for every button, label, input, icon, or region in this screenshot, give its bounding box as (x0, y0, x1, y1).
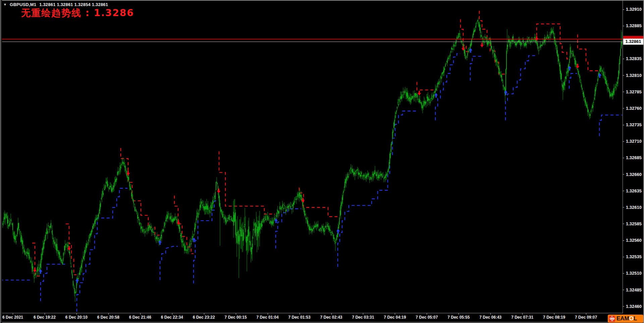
price-axis-tick (623, 125, 624, 125)
price-axis-label: 1.32585 (626, 221, 642, 226)
up-trend-line (338, 111, 417, 267)
down-trend-line (417, 82, 435, 90)
window-border-top (0, 0, 644, 1)
window-border-left (0, 0, 2, 323)
up-trend-line (276, 209, 301, 248)
price-axis-label: 1.32910 (626, 7, 642, 12)
up-trend-line (505, 56, 536, 121)
price-axis-label: 1.32560 (626, 238, 642, 243)
price-axis-tick (623, 306, 624, 307)
price-axis-tick (623, 224, 624, 224)
time-axis-label: 6 Dec 2021 (2, 315, 23, 320)
price-axis-tick (623, 207, 624, 207)
down-trend-line (299, 188, 337, 217)
time-axis-tick (13, 313, 13, 315)
time-axis-label: 6 Dec 20:10 (65, 315, 88, 320)
buy-arrow-icon (336, 229, 340, 234)
price-axis-tick (623, 59, 624, 59)
price-axis-tick (623, 26, 624, 26)
indicator-value-label: 无重绘趋势线 : 1.3286 (21, 7, 134, 19)
down-trend-line (578, 35, 599, 71)
time-axis-label: 7 Dec 09:07 (575, 315, 597, 320)
price-axis-tick (623, 75, 624, 76)
price-chart-canvas[interactable] (0, 0, 623, 313)
time-axis-tick (363, 313, 363, 315)
price-axis[interactable]: 1.32861 1.329101.328851.328351.328101.32… (623, 1, 644, 313)
up-trend-line (41, 264, 65, 301)
time-axis-label: 6 Dec 21:46 (129, 315, 151, 320)
time-axis[interactable]: 6 Dec 20216 Dec 19:226 Dec 20:106 Dec 20… (2, 313, 623, 322)
time-axis-tick (395, 313, 395, 315)
price-axis-label: 1.32460 (626, 304, 642, 309)
time-axis-tick (490, 313, 491, 315)
down-trend-line (461, 19, 470, 52)
time-axis-tick (236, 313, 236, 315)
time-axis-tick (427, 313, 427, 315)
price-axis-label: 1.32510 (626, 271, 642, 276)
time-axis-label: 7 Dec 03:31 (352, 315, 374, 320)
time-axis-label: 7 Dec 05:07 (416, 315, 438, 320)
price-axis-tick (623, 273, 624, 274)
symbol-dropdown-icon[interactable]: ▼ (3, 3, 7, 6)
time-axis-label: 7 Dec 01:04 (257, 315, 279, 320)
time-axis-label: 7 Dec 01:53 (288, 315, 311, 320)
price-axis-label: 1.32810 (626, 73, 642, 78)
price-axis-label: 1.32735 (626, 122, 642, 127)
price-axis-tick (623, 240, 624, 241)
time-axis-tick (554, 313, 554, 315)
price-axis-label: 1.32885 (626, 23, 642, 28)
time-axis-label: 7 Dec 04:19 (384, 315, 406, 320)
time-axis-tick (459, 313, 459, 315)
signal-arrows (33, 36, 601, 283)
brand-name: EAMOL (616, 315, 637, 322)
price-axis-tick (623, 290, 624, 290)
price-axis-label: 1.32710 (626, 139, 642, 144)
up-trend-line (569, 74, 577, 89)
down-trend-line (121, 148, 160, 235)
time-axis-tick (268, 313, 268, 315)
price-axis-label: 1.32485 (626, 287, 642, 292)
symbol-info: ▼ GBPUSD,M1 1.32861 1.32861 1.32854 1.32… (3, 2, 108, 7)
time-axis-label: 6 Dec 22:34 (161, 315, 183, 320)
price-axis-tick (623, 191, 624, 191)
time-axis-tick (331, 313, 332, 315)
sell-arrow-icon (480, 43, 484, 47)
time-axis-tick (586, 313, 586, 315)
time-axis-label: 6 Dec 20:58 (97, 315, 119, 320)
price-axis-tick (623, 92, 624, 92)
time-axis-label: 7 Dec 02:43 (320, 315, 342, 320)
time-axis-label: 6 Dec 23:22 (193, 315, 215, 320)
symbol-name: GBPUSD,M1 (10, 2, 36, 7)
price-axis-label: 1.32835 (626, 56, 642, 61)
current-price-badge: 1.32861 (623, 39, 643, 45)
time-axis-label: 7 Dec 08:19 (543, 315, 565, 320)
down-trend-line (479, 11, 505, 74)
price-axis-tick (623, 158, 624, 158)
sell-arrow-icon (301, 198, 305, 202)
up-trend-line (160, 246, 178, 280)
time-axis-tick (300, 313, 300, 315)
time-axis-tick (45, 313, 45, 315)
robot-icon (609, 316, 615, 322)
up-trend-line (599, 115, 622, 136)
price-axis-label: 1.32685 (626, 155, 642, 160)
price-axis-label: 1.32785 (626, 89, 642, 94)
down-trend-line (32, 243, 40, 276)
time-axis-tick (522, 313, 523, 315)
sell-arrow-icon (217, 189, 220, 193)
price-axis-label: 1.32535 (626, 254, 642, 259)
trend-segments (0, 11, 622, 312)
price-axis-label: 1.32660 (626, 172, 642, 177)
price-axis-label: 1.32610 (626, 205, 642, 210)
price-axis-tick (623, 257, 624, 257)
down-trend-line (537, 24, 569, 59)
down-trend-line (219, 151, 275, 214)
sell-arrow-icon (418, 91, 421, 96)
time-axis-label: 7 Dec 07:31 (511, 315, 533, 320)
up-trend-line (470, 56, 482, 81)
time-axis-label: 6 Dec 19:22 (34, 315, 56, 320)
up-trend-line (435, 54, 460, 121)
price-axis-label: 1.32635 (626, 188, 642, 193)
time-axis-label: 7 Dec 05:55 (447, 315, 470, 320)
price-axis-tick (623, 108, 624, 108)
